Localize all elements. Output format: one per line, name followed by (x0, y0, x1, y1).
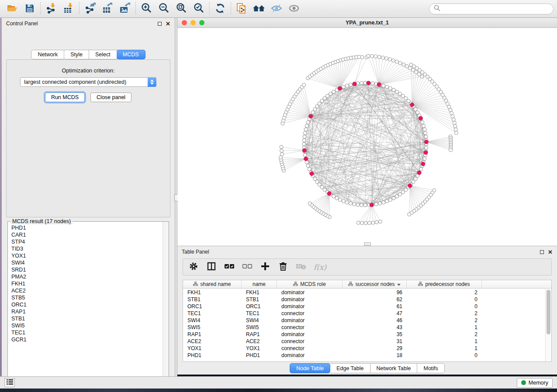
hide-selected-button[interactable] (268, 1, 285, 16)
result-list-item[interactable]: PHD1 (11, 224, 162, 231)
result-list-item[interactable]: YOX1 (11, 252, 162, 259)
float-table-panel-icon[interactable] (540, 250, 544, 254)
cell-predecessor-nodes[interactable]: 2 (407, 310, 482, 317)
cell-shared-name[interactable]: RAP1 (183, 331, 242, 338)
cell-predecessor-nodes[interactable]: 2 (407, 317, 482, 324)
cell-predecessor-nodes[interactable]: 1 (407, 324, 482, 331)
close-panel-icon[interactable]: ✕ (166, 22, 170, 26)
table-row[interactable]: ORC1ORC1dominator610 (183, 303, 545, 310)
cell-MCDS-role[interactable]: dominator (277, 296, 343, 303)
cell-MCDS-role[interactable]: connector (277, 324, 343, 331)
tab-mcds[interactable]: MCDS (117, 50, 145, 59)
cell-MCDS-role[interactable]: dominator (277, 352, 343, 359)
mcds-result-list[interactable]: PHD1CAR1STP4TID3YOX1SWI4SRD1PMA2FKH1ACE2… (8, 224, 162, 383)
search-input[interactable] (443, 6, 549, 12)
result-list-item[interactable]: STB5 (11, 294, 162, 301)
criterion-select[interactable]: largest connected component (undirected) (20, 77, 156, 87)
cell-successor-nodes[interactable]: 96 (343, 289, 407, 296)
tab-network-table[interactable]: Network Table (370, 363, 418, 373)
cell-name[interactable]: SWI5 (242, 324, 277, 331)
delete-table-button[interactable] (296, 262, 306, 272)
zoom-in-button[interactable] (138, 1, 155, 16)
show-all-button[interactable] (285, 1, 303, 16)
export-network-button[interactable] (81, 1, 99, 16)
memory-button[interactable]: Memory (517, 378, 553, 388)
result-list-item[interactable]: RAP1 (11, 308, 162, 315)
cell-predecessor-nodes[interactable]: 1 (407, 345, 482, 352)
table-row[interactable]: ACE2ACE2connector311 (183, 338, 545, 345)
float-panel-icon[interactable] (158, 22, 162, 26)
table-scrollbar-thumb[interactable] (547, 290, 550, 334)
save-session-button[interactable] (21, 1, 38, 16)
cell-successor-nodes[interactable]: 18 (343, 352, 407, 359)
table-row[interactable]: FKH1FKH1dominator962 (183, 289, 545, 296)
result-list-item[interactable]: PMA2 (11, 273, 162, 280)
show-columns-button[interactable] (206, 262, 217, 272)
result-list-item[interactable]: SWI4 (11, 259, 162, 266)
cell-shared-name[interactable]: FKH1 (183, 289, 242, 296)
network-window-titlebar[interactable]: YPA_prune.txt_1 (177, 18, 557, 28)
result-list-item[interactable]: STB1 (11, 315, 162, 322)
horizontal-splitter-handle[interactable] (364, 242, 371, 246)
import-network-button[interactable] (42, 1, 60, 16)
table-row[interactable]: SWI4SWI4dominator462 (183, 317, 545, 324)
cell-name[interactable]: RAP1 (242, 331, 277, 338)
cell-MCDS-role[interactable]: dominator (277, 289, 343, 296)
cell-MCDS-role[interactable]: connector (277, 338, 343, 345)
cell-predecessor-nodes[interactable]: 2 (407, 289, 482, 296)
refresh-button[interactable] (211, 1, 229, 16)
result-list-item[interactable]: TEC1 (11, 329, 162, 336)
cell-successor-nodes[interactable]: 29 (343, 345, 407, 352)
cell-predecessor-nodes[interactable]: 1 (407, 338, 482, 345)
cell-shared-name[interactable]: YOX1 (183, 345, 242, 352)
tab-style[interactable]: Style (64, 50, 89, 59)
column-header-successor-nodes[interactable]: successor nodes (343, 280, 407, 288)
result-list-item[interactable]: FKH1 (11, 280, 162, 287)
cell-successor-nodes[interactable]: 35 (343, 331, 407, 338)
open-file-button[interactable] (3, 1, 21, 16)
first-neighbors-button[interactable] (250, 1, 268, 16)
close-table-panel-icon[interactable]: ✕ (548, 250, 553, 254)
table-row[interactable]: RAP1RAP1dominator352 (183, 331, 545, 338)
tab-network[interactable]: Network (31, 50, 64, 59)
apply-function-button[interactable]: f(x) (314, 262, 326, 272)
zoom-fit-button[interactable] (173, 1, 190, 16)
close-panel-button[interactable]: Close panel (90, 93, 131, 102)
import-table-button[interactable] (60, 1, 77, 16)
cell-successor-nodes[interactable]: 43 (343, 324, 407, 331)
zoom-out-button[interactable] (155, 1, 173, 16)
select-all-button[interactable] (224, 262, 235, 272)
add-column-button[interactable] (260, 262, 270, 272)
column-header-MCDS-role[interactable]: MCDS role (277, 280, 343, 288)
cell-name[interactable]: FKH1 (242, 289, 277, 296)
table-scrollbar[interactable] (545, 289, 551, 361)
delete-column-button[interactable] (278, 262, 288, 272)
tab-edge-table[interactable]: Edge Table (330, 363, 370, 373)
cell-successor-nodes[interactable]: 47 (343, 310, 407, 317)
result-list-item[interactable]: TID3 (11, 245, 162, 252)
cell-shared-name[interactable]: SWI4 (183, 317, 242, 324)
result-list-item[interactable]: GCR1 (11, 336, 162, 343)
mcds-result-scrollbar[interactable] (163, 222, 169, 383)
cell-name[interactable]: SWI4 (242, 317, 277, 324)
cell-predecessor-nodes[interactable]: 2 (407, 331, 482, 338)
export-table-button[interactable] (99, 1, 116, 16)
cell-MCDS-role[interactable]: dominator (277, 303, 343, 310)
cell-name[interactable]: ORC1 (242, 303, 277, 310)
cell-successor-nodes[interactable]: 46 (343, 317, 407, 324)
table-row[interactable]: YOX1YOX1connector291 (183, 345, 545, 352)
cell-name[interactable]: YOX1 (242, 345, 277, 352)
zoom-selected-button[interactable] (190, 1, 208, 16)
cell-successor-nodes[interactable]: 61 (343, 303, 407, 310)
cell-successor-nodes[interactable]: 62 (343, 296, 407, 303)
result-list-item[interactable]: SRD1 (11, 266, 162, 273)
table-row[interactable]: PHD1PHD1dominator180 (183, 352, 545, 359)
cell-shared-name[interactable]: ORC1 (183, 303, 242, 310)
tab-select[interactable]: Select (89, 50, 117, 59)
cell-MCDS-role[interactable]: dominator (277, 317, 343, 324)
result-list-item[interactable]: SWI5 (11, 322, 162, 329)
export-image-button[interactable] (116, 1, 134, 16)
cell-MCDS-role[interactable]: connector (277, 345, 343, 352)
result-list-item[interactable]: ORC1 (11, 301, 162, 308)
cell-name[interactable]: TEC1 (242, 310, 277, 317)
